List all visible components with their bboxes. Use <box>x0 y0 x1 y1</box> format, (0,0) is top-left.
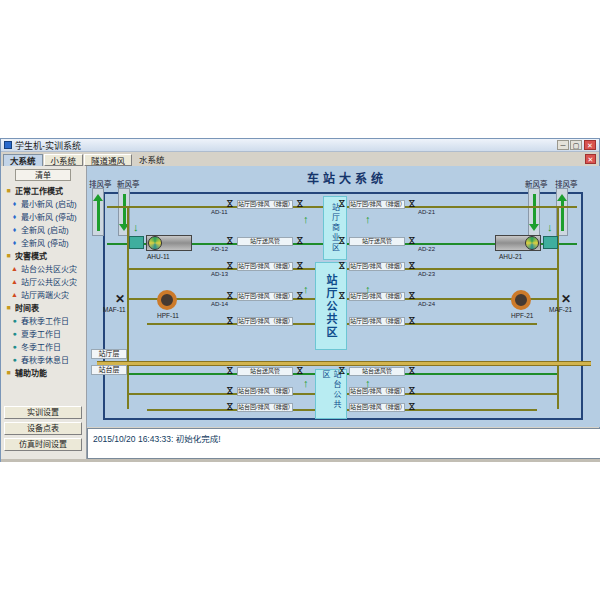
sidebar-item-all-fresh-stop[interactable]: ♦全新风 (停动) <box>1 236 87 249</box>
sidebar-item-winter-workday[interactable]: ●冬季工作日 <box>1 340 87 353</box>
exhaust-shaft <box>92 188 104 236</box>
tab-small-system[interactable]: 小系统 <box>44 154 84 166</box>
ahu-control-box[interactable] <box>543 236 558 249</box>
flow-down-arrow-icon: ↓ <box>547 222 553 233</box>
flow-up-arrow-icon: ↑ <box>365 284 371 295</box>
duct-label: 站台回/排风（排烟）管 <box>237 403 293 412</box>
sidebar-group-aux[interactable]: ■辅助功能 <box>1 366 87 379</box>
duct-label: 站厅回/排风（排烟）管 <box>349 292 405 301</box>
damper-tag: AD-24 <box>418 301 435 307</box>
sidebar-group-normal-mode[interactable]: ■正常工作模式 <box>1 184 87 197</box>
sidebar-item-label: 时间表 <box>15 302 39 313</box>
damper-icon[interactable]: ⋈ <box>225 316 234 325</box>
flow-up-arrow-icon: ↑ <box>365 214 371 225</box>
sidebar-item-min-fresh-start[interactable]: ♦最小新风 (启动) <box>1 197 87 210</box>
return-fan[interactable] <box>511 290 531 310</box>
fan-wheel-icon <box>148 236 162 250</box>
damper-icon[interactable]: ⋈ <box>407 366 416 375</box>
damper-icon[interactable]: ⋈ <box>295 199 304 208</box>
return-fan[interactable] <box>157 290 177 310</box>
sidebar-item-label: 最小新风 (停动) <box>21 211 77 222</box>
tab-water-system[interactable]: 水系统 <box>133 154 171 166</box>
damper-icon[interactable]: ⋈ <box>295 366 304 375</box>
zone-label: 站台公共区 <box>320 370 342 418</box>
arrow-shaft <box>561 201 564 231</box>
damper-icon[interactable]: ⋈ <box>225 261 234 270</box>
status-strip <box>1 459 600 462</box>
damper-icon[interactable]: ⋈ <box>407 402 416 411</box>
tab-tunnel-vent[interactable]: 隧道通风 <box>84 154 132 166</box>
damper-icon[interactable]: ⋈ <box>407 236 416 245</box>
damper-icon[interactable]: ⋈ <box>295 261 304 270</box>
damper-icon[interactable]: ⋈ <box>407 316 416 325</box>
clock-icon: ● <box>10 317 19 324</box>
sidebar-group-schedule[interactable]: ■时间表 <box>1 301 87 314</box>
damper-tag: AD-12 <box>211 246 228 252</box>
ahu-control-box[interactable] <box>129 236 144 249</box>
damper-icon[interactable]: ⋈ <box>225 236 234 245</box>
mode-icon: ♦ <box>10 226 19 233</box>
sidebar-item-label: 辅助功能 <box>15 367 47 378</box>
damper-icon[interactable]: ⋈ <box>295 236 304 245</box>
maximize-button[interactable]: ▢ <box>570 140 582 150</box>
sidebar-item-label: 正常工作模式 <box>15 185 63 196</box>
zone-label: 站厅公共区 <box>323 274 339 339</box>
damper-icon[interactable]: ⋈ <box>225 199 234 208</box>
tab-big-system[interactable]: 大系统 <box>3 154 43 166</box>
propeller-fan-icon[interactable]: ✕ <box>115 292 125 306</box>
duct-label: 站厅回/排风（排烟）管 <box>237 200 293 209</box>
group-icon: ■ <box>4 252 13 259</box>
damper-icon[interactable]: ⋈ <box>337 366 346 375</box>
flow-up-arrow-icon: ↑ <box>365 378 371 389</box>
damper-icon[interactable]: ⋈ <box>225 402 234 411</box>
flow-up-arrow-icon: ↑ <box>303 378 309 389</box>
sidebar-item-platform-fire[interactable]: ▲站台公共区火灾 <box>1 262 87 275</box>
hall-floor-label: 站厅层 <box>91 349 127 359</box>
sidebar-item-spring-autumn-restday[interactable]: ●春秋季休息日 <box>1 353 87 366</box>
damper-icon[interactable]: ⋈ <box>225 366 234 375</box>
sim-time-settings-button[interactable]: 仿真时间设置 <box>4 438 82 451</box>
duct-label: 站厅回/排风（排烟）管 <box>349 262 405 271</box>
close-button[interactable]: ✕ <box>584 140 596 150</box>
sidebar-item-hall-ends-fire[interactable]: ▲站厅两端火灾 <box>1 288 87 301</box>
damper-icon[interactable]: ⋈ <box>407 291 416 300</box>
sidebar-item-hall-fire[interactable]: ▲站厅公共区火灾 <box>1 275 87 288</box>
damper-icon[interactable]: ⋈ <box>337 261 346 270</box>
damper-icon[interactable]: ⋈ <box>337 236 346 245</box>
damper-icon[interactable]: ⋈ <box>225 386 234 395</box>
page: 学生机-实训系统 ─ ▢ ✕ 大系统 小系统 隧道通风 水系统 ✕ 清单 ■正常… <box>0 0 600 600</box>
device-tag: HPF-21 <box>511 312 533 319</box>
sidebar-item-all-fresh-start[interactable]: ♦全新风 (启动) <box>1 223 87 236</box>
mdi-close-icon[interactable]: ✕ <box>585 154 596 164</box>
device-tag: MAF-21 <box>549 306 572 313</box>
damper-icon[interactable]: ⋈ <box>407 261 416 270</box>
minimize-button[interactable]: ─ <box>557 140 569 150</box>
damper-icon[interactable]: ⋈ <box>225 291 234 300</box>
sidebar-item-min-fresh-stop[interactable]: ♦最小新风 (停动) <box>1 210 87 223</box>
sidebar-item-summer-workday[interactable]: ●夏季工作日 <box>1 327 87 340</box>
propeller-fan-icon[interactable]: ✕ <box>561 292 571 306</box>
duct-label: 站台回/排风（排烟）管 <box>237 387 293 396</box>
damper-icon[interactable]: ⋈ <box>407 386 416 395</box>
mode-icon: ♦ <box>10 200 19 207</box>
sidebar-group-disaster-mode[interactable]: ■灾害模式 <box>1 249 87 262</box>
sidebar-item-spring-autumn-workday[interactable]: ●春秋季工作日 <box>1 314 87 327</box>
device-point-table-button[interactable]: 设备点表 <box>4 422 82 435</box>
duct-label: 站台送风管 <box>237 367 293 376</box>
zone-platform-public[interactable]: 站台公共区 <box>315 369 347 419</box>
damper-icon[interactable]: ⋈ <box>337 199 346 208</box>
clock-icon: ● <box>10 356 19 363</box>
duct-label: 站台回/排风（排烟）管 <box>349 403 405 412</box>
sidebar-item-label: 最小新风 (启动) <box>21 198 77 209</box>
clock-icon: ● <box>10 343 19 350</box>
up-arrow-icon <box>93 194 103 201</box>
zone-hall-public[interactable]: 站厅公共区 <box>315 262 347 350</box>
app-window: 学生机-实训系统 ─ ▢ ✕ 大系统 小系统 隧道通风 水系统 ✕ 清单 ■正常… <box>0 138 600 462</box>
damper-icon[interactable]: ⋈ <box>407 199 416 208</box>
flow-up-arrow-icon: ↑ <box>303 214 309 225</box>
training-settings-button[interactable]: 实训设置 <box>4 406 82 419</box>
sidebar-item-label: 灾害模式 <box>15 250 47 261</box>
sidebar-item-label: 站台公共区火灾 <box>21 263 77 274</box>
damper-icon[interactable]: ⋈ <box>337 291 346 300</box>
tab-bar: 大系统 小系统 隧道通风 水系统 <box>1 153 599 166</box>
